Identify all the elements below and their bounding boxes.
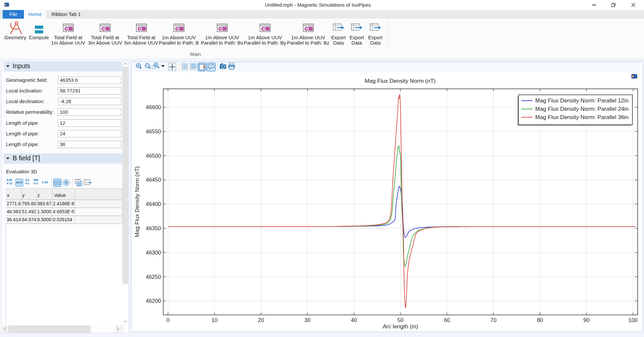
svg-text:Mag Flux Density Norm: Paralle: Mag Flux Density Norm: Parallel 12in <box>535 97 629 104</box>
svg-text:46400: 46400 <box>146 201 161 207</box>
svg-text:46550: 46550 <box>146 128 161 134</box>
svg-text:Mag Flux Density Norm: Paralle: Mag Flux Density Norm: Parallel 36in <box>535 114 629 120</box>
svg-text:0: 0 <box>167 317 170 323</box>
svg-text:10: 10 <box>211 317 217 323</box>
svg-text:46450: 46450 <box>146 177 161 183</box>
svg-text:46300: 46300 <box>146 250 161 255</box>
svg-text:80: 80 <box>537 317 543 323</box>
svg-text:Mag Flux Density Norm (nT): Mag Flux Density Norm (nT) <box>134 166 140 237</box>
svg-text:50: 50 <box>397 317 403 323</box>
svg-text:46250: 46250 <box>146 274 161 280</box>
svg-text:Mag Flux Density Norm: Paralle: Mag Flux Density Norm: Parallel 24in <box>535 106 629 112</box>
svg-text:90: 90 <box>583 317 589 323</box>
svg-text:Arc length (m): Arc length (m) <box>383 323 418 330</box>
svg-text:100: 100 <box>628 317 638 323</box>
svg-text:Mag Flux Density Norm (nT): Mag Flux Density Norm (nT) <box>365 78 436 84</box>
svg-text:46200: 46200 <box>146 298 161 304</box>
svg-text:70: 70 <box>490 317 496 323</box>
svg-text:20: 20 <box>258 317 264 323</box>
svg-text:46500: 46500 <box>146 153 161 159</box>
svg-text:40: 40 <box>351 317 357 323</box>
svg-text:46600: 46600 <box>146 104 161 110</box>
svg-text:46350: 46350 <box>146 225 161 231</box>
svg-text:30: 30 <box>305 317 311 323</box>
svg-text:60: 60 <box>444 317 450 323</box>
